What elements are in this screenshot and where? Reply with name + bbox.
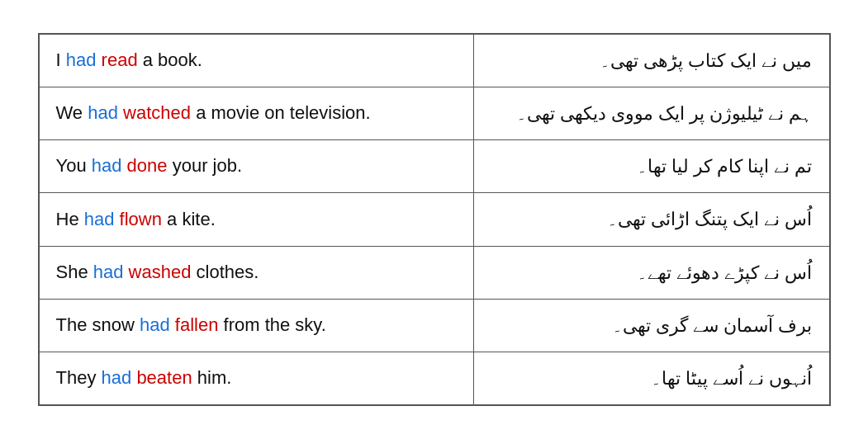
urdu-sentence: تم نے اپنا کام کر لیا تھا۔ bbox=[473, 140, 829, 193]
table-row: I had read a book.میں نے ایک کتاب پڑھی ت… bbox=[39, 34, 829, 87]
verb-word: watched bbox=[123, 102, 191, 123]
english-sentence: The snow had fallen from the sky. bbox=[39, 299, 473, 352]
english-sentence: She had washed clothes. bbox=[39, 246, 473, 299]
urdu-sentence: اُس نے کپڑے دھوئے تھے۔ bbox=[473, 246, 829, 299]
urdu-sentence: ہم نے ٹیلیوژن پر ایک مووی دیکھی تھی۔ bbox=[473, 87, 829, 140]
verb-word: done bbox=[127, 155, 168, 176]
english-sentence: They had beaten him. bbox=[39, 352, 473, 404]
had-word: had bbox=[93, 262, 124, 282]
table-row: He had flown a kite.اُس نے ایک پتنگ اڑائ… bbox=[39, 193, 829, 246]
verb-word: fallen bbox=[175, 314, 219, 335]
had-word: had bbox=[66, 50, 97, 70]
table-row: She had washed clothes.اُس نے کپڑے دھوئے… bbox=[39, 246, 829, 299]
verb-word: read bbox=[102, 50, 138, 70]
had-word: had bbox=[140, 314, 170, 335]
verb-word: beaten bbox=[136, 367, 192, 388]
english-sentence: I had read a book. bbox=[39, 34, 473, 87]
table-row: We had watched a movie on television.ہم … bbox=[39, 87, 829, 140]
english-sentence: We had watched a movie on television. bbox=[39, 87, 473, 140]
verb-word: flown bbox=[120, 209, 162, 229]
had-word: had bbox=[102, 367, 132, 388]
table-row: The snow had fallen from the sky.برف آسم… bbox=[39, 299, 829, 352]
english-sentence: You had done your job. bbox=[39, 140, 473, 193]
verb-word: washed bbox=[129, 262, 192, 282]
urdu-sentence: میں نے ایک کتاب پڑھی تھی۔ bbox=[473, 34, 829, 87]
urdu-sentence: اُس نے ایک پتنگ اڑائی تھی۔ bbox=[473, 193, 829, 246]
urdu-sentence: برف آسمان سے گری تھی۔ bbox=[473, 299, 829, 352]
main-table: I had read a book.میں نے ایک کتاب پڑھی ت… bbox=[38, 33, 831, 406]
had-word: had bbox=[84, 209, 115, 229]
table-row: They had beaten him.اُنہوں نے اُسے پیٹا … bbox=[39, 352, 829, 404]
had-word: had bbox=[92, 155, 122, 176]
urdu-sentence: اُنہوں نے اُسے پیٹا تھا۔ bbox=[473, 352, 829, 404]
table-row: You had done your job.تم نے اپنا کام کر … bbox=[39, 140, 829, 193]
english-sentence: He had flown a kite. bbox=[39, 193, 473, 246]
had-word: had bbox=[88, 102, 118, 123]
